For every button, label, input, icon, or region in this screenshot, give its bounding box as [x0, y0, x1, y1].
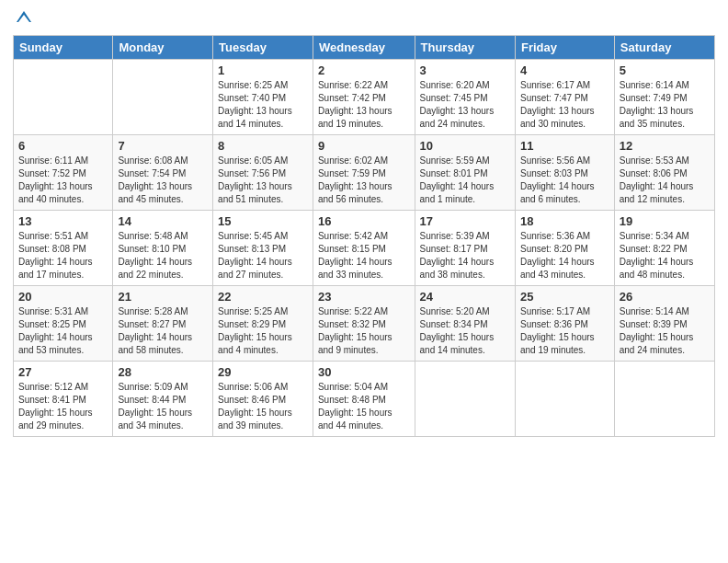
calendar-cell: 24Sunrise: 5:20 AM Sunset: 8:34 PM Dayli… [415, 286, 515, 362]
calendar-cell: 12Sunrise: 5:53 AM Sunset: 8:06 PM Dayli… [614, 135, 714, 211]
calendar-cell: 13Sunrise: 5:51 AM Sunset: 8:08 PM Dayli… [14, 211, 113, 286]
day-info: Sunrise: 5:04 AM Sunset: 8:48 PM Dayligh… [318, 381, 410, 432]
day-number: 12 [620, 139, 710, 153]
day-number: 14 [118, 214, 208, 228]
calendar-cell: 29Sunrise: 5:06 AM Sunset: 8:46 PM Dayli… [213, 362, 313, 437]
day-info: Sunrise: 6:20 AM Sunset: 7:45 PM Dayligh… [420, 79, 510, 131]
day-info: Sunrise: 6:08 AM Sunset: 7:54 PM Dayligh… [118, 155, 208, 206]
header [13, 9, 715, 28]
day-number: 24 [420, 290, 510, 304]
day-info: Sunrise: 5:28 AM Sunset: 8:27 PM Dayligh… [118, 305, 208, 357]
weekday-header-row: SundayMondayTuesdayWednesdayThursdayFrid… [14, 36, 715, 60]
day-info: Sunrise: 5:22 AM Sunset: 8:32 PM Dayligh… [318, 305, 410, 357]
week-row-3: 13Sunrise: 5:51 AM Sunset: 8:08 PM Dayli… [14, 211, 715, 286]
day-number: 26 [620, 290, 710, 304]
day-info: Sunrise: 5:25 AM Sunset: 8:29 PM Dayligh… [218, 305, 308, 357]
logo [13, 9, 33, 28]
day-number: 22 [218, 290, 308, 304]
calendar-cell: 19Sunrise: 5:34 AM Sunset: 8:22 PM Dayli… [614, 211, 714, 286]
day-info: Sunrise: 5:12 AM Sunset: 8:41 PM Dayligh… [18, 381, 108, 432]
weekday-sunday: Sunday [14, 36, 113, 60]
week-row-5: 27Sunrise: 5:12 AM Sunset: 8:41 PM Dayli… [14, 362, 715, 437]
day-info: Sunrise: 5:56 AM Sunset: 8:03 PM Dayligh… [520, 155, 609, 206]
day-info: Sunrise: 5:51 AM Sunset: 8:08 PM Dayligh… [18, 230, 108, 282]
day-info: Sunrise: 5:39 AM Sunset: 8:17 PM Dayligh… [420, 230, 510, 282]
calendar-cell: 3Sunrise: 6:20 AM Sunset: 7:45 PM Daylig… [415, 60, 515, 135]
day-number: 1 [218, 63, 308, 77]
calendar-cell: 17Sunrise: 5:39 AM Sunset: 8:17 PM Dayli… [415, 211, 515, 286]
weekday-thursday: Thursday [415, 36, 515, 60]
calendar-cell: 15Sunrise: 5:45 AM Sunset: 8:13 PM Dayli… [213, 211, 313, 286]
calendar-cell: 10Sunrise: 5:59 AM Sunset: 8:01 PM Dayli… [415, 135, 515, 211]
calendar-cell: 30Sunrise: 5:04 AM Sunset: 8:48 PM Dayli… [313, 362, 415, 437]
calendar-cell: 25Sunrise: 5:17 AM Sunset: 8:36 PM Dayli… [515, 286, 614, 362]
day-number: 17 [420, 214, 510, 228]
calendar-cell: 8Sunrise: 6:05 AM Sunset: 7:56 PM Daylig… [213, 135, 313, 211]
calendar-cell: 5Sunrise: 6:14 AM Sunset: 7:49 PM Daylig… [614, 60, 714, 135]
weekday-tuesday: Tuesday [213, 36, 313, 60]
day-number: 6 [18, 139, 108, 153]
calendar-cell: 2Sunrise: 6:22 AM Sunset: 7:42 PM Daylig… [313, 60, 415, 135]
day-number: 23 [318, 290, 410, 304]
calendar-cell [515, 362, 614, 437]
day-info: Sunrise: 5:34 AM Sunset: 8:22 PM Dayligh… [620, 230, 710, 282]
day-number: 18 [520, 214, 609, 228]
day-info: Sunrise: 5:53 AM Sunset: 8:06 PM Dayligh… [620, 155, 710, 206]
day-info: Sunrise: 5:17 AM Sunset: 8:36 PM Dayligh… [520, 305, 609, 357]
day-number: 10 [420, 139, 510, 153]
calendar-cell: 9Sunrise: 6:02 AM Sunset: 7:59 PM Daylig… [313, 135, 415, 211]
day-number: 16 [318, 214, 410, 228]
day-number: 3 [420, 63, 510, 77]
calendar-cell [14, 60, 113, 135]
day-number: 15 [218, 214, 308, 228]
calendar-cell: 7Sunrise: 6:08 AM Sunset: 7:54 PM Daylig… [113, 135, 213, 211]
day-info: Sunrise: 6:22 AM Sunset: 7:42 PM Dayligh… [318, 79, 410, 131]
day-info: Sunrise: 5:06 AM Sunset: 8:46 PM Dayligh… [218, 381, 308, 432]
day-number: 27 [18, 365, 108, 379]
day-number: 7 [118, 139, 208, 153]
day-info: Sunrise: 5:31 AM Sunset: 8:25 PM Dayligh… [18, 305, 108, 357]
week-row-1: 1Sunrise: 6:25 AM Sunset: 7:40 PM Daylig… [14, 60, 715, 135]
calendar-cell: 1Sunrise: 6:25 AM Sunset: 7:40 PM Daylig… [213, 60, 313, 135]
day-info: Sunrise: 5:14 AM Sunset: 8:39 PM Dayligh… [620, 305, 710, 357]
weekday-wednesday: Wednesday [313, 36, 415, 60]
day-number: 11 [520, 139, 609, 153]
day-number: 20 [18, 290, 108, 304]
calendar-table: SundayMondayTuesdayWednesdayThursdayFrid… [13, 35, 715, 437]
week-row-4: 20Sunrise: 5:31 AM Sunset: 8:25 PM Dayli… [14, 286, 715, 362]
calendar-cell: 11Sunrise: 5:56 AM Sunset: 8:03 PM Dayli… [515, 135, 614, 211]
day-info: Sunrise: 5:36 AM Sunset: 8:20 PM Dayligh… [520, 230, 609, 282]
calendar-cell: 28Sunrise: 5:09 AM Sunset: 8:44 PM Dayli… [113, 362, 213, 437]
day-info: Sunrise: 5:42 AM Sunset: 8:15 PM Dayligh… [318, 230, 410, 282]
page: SundayMondayTuesdayWednesdayThursdayFrid… [0, 0, 728, 563]
calendar-cell: 18Sunrise: 5:36 AM Sunset: 8:20 PM Dayli… [515, 211, 614, 286]
weekday-saturday: Saturday [614, 36, 714, 60]
day-info: Sunrise: 6:02 AM Sunset: 7:59 PM Dayligh… [318, 155, 410, 206]
day-info: Sunrise: 5:09 AM Sunset: 8:44 PM Dayligh… [118, 381, 208, 432]
day-number: 2 [318, 63, 410, 77]
day-number: 29 [218, 365, 308, 379]
day-info: Sunrise: 5:59 AM Sunset: 8:01 PM Dayligh… [420, 155, 510, 206]
calendar-cell: 21Sunrise: 5:28 AM Sunset: 8:27 PM Dayli… [113, 286, 213, 362]
calendar-cell: 27Sunrise: 5:12 AM Sunset: 8:41 PM Dayli… [14, 362, 113, 437]
day-info: Sunrise: 6:17 AM Sunset: 7:47 PM Dayligh… [520, 79, 609, 131]
calendar-cell [415, 362, 515, 437]
day-number: 28 [118, 365, 208, 379]
day-info: Sunrise: 5:20 AM Sunset: 8:34 PM Dayligh… [420, 305, 510, 357]
calendar-cell: 23Sunrise: 5:22 AM Sunset: 8:32 PM Dayli… [313, 286, 415, 362]
week-row-2: 6Sunrise: 6:11 AM Sunset: 7:52 PM Daylig… [14, 135, 715, 211]
calendar-cell: 20Sunrise: 5:31 AM Sunset: 8:25 PM Dayli… [14, 286, 113, 362]
day-info: Sunrise: 5:45 AM Sunset: 8:13 PM Dayligh… [218, 230, 308, 282]
calendar-cell: 14Sunrise: 5:48 AM Sunset: 8:10 PM Dayli… [113, 211, 213, 286]
day-number: 9 [318, 139, 410, 153]
calendar-cell: 4Sunrise: 6:17 AM Sunset: 7:47 PM Daylig… [515, 60, 614, 135]
calendar-cell: 26Sunrise: 5:14 AM Sunset: 8:39 PM Dayli… [614, 286, 714, 362]
weekday-monday: Monday [113, 36, 213, 60]
day-number: 13 [18, 214, 108, 228]
day-number: 21 [118, 290, 208, 304]
day-number: 8 [218, 139, 308, 153]
day-number: 5 [620, 63, 710, 77]
day-info: Sunrise: 6:11 AM Sunset: 7:52 PM Dayligh… [18, 155, 108, 206]
calendar-cell: 6Sunrise: 6:11 AM Sunset: 7:52 PM Daylig… [14, 135, 113, 211]
day-number: 19 [620, 214, 710, 228]
